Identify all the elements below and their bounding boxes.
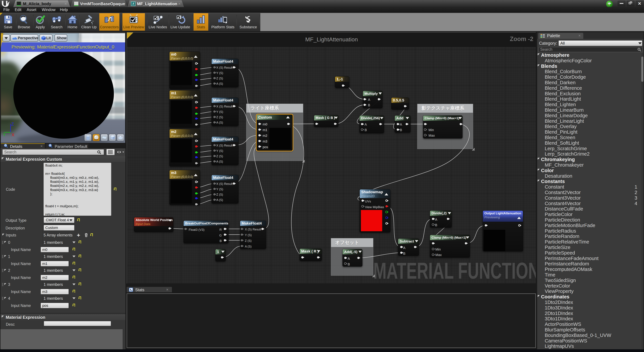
svg-text:i: i [50,144,50,147]
svg-text:Z: Z [11,122,14,127]
svg-text:i: i [5,144,6,147]
svg-text:X: X [12,132,14,137]
svg-text:Y: Y [3,132,6,137]
